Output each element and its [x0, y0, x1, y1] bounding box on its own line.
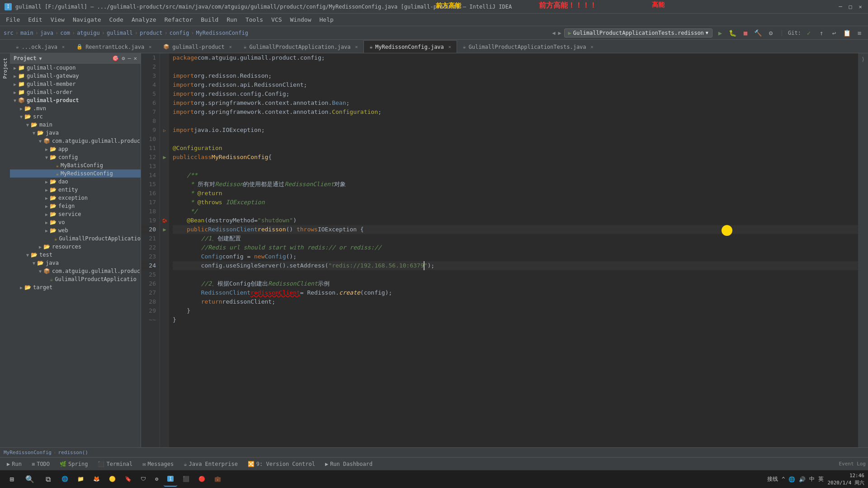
git-update-button[interactable]: ↑ [816, 28, 826, 38]
tab-myredisson[interactable]: ☕ MyRedissonConfig.java ✕ [363, 40, 457, 53]
taskbar-firefox[interactable]: 🦊 [90, 472, 104, 487]
menu-window[interactable]: Window [287, 15, 315, 24]
menu-run[interactable]: Run [223, 15, 241, 24]
editor-area[interactable]: 1 2 3 4 5 6 7 8 9 10 11 12 13 14 15 16 1… [141, 53, 868, 447]
nav-java[interactable]: java [40, 30, 53, 36]
menu-vcs[interactable]: VCS [268, 15, 285, 24]
tree-item-vo[interactable]: ▶ 📂 vo [10, 218, 141, 226]
taskbar-chrome[interactable]: 🟡 [105, 472, 119, 487]
taskbar-app2[interactable]: 🛡 [137, 472, 150, 487]
tab-close-tests[interactable]: ✕ [591, 44, 594, 49]
taskbar-edge[interactable]: 🌐 [58, 472, 72, 487]
run-config-dropdown-icon[interactable]: ▼ [706, 30, 708, 35]
nav-myredisson[interactable]: MyRedissonConfig [196, 30, 248, 36]
tree-item-gateway[interactable]: ▶ 📁 gulimall-gateway [10, 72, 141, 80]
taskbar-terminal[interactable]: ⬛ [179, 472, 193, 487]
tree-item-config[interactable]: ▼ 📂 config [10, 153, 141, 161]
tree-item-test[interactable]: ▼ 📂 test [10, 251, 141, 259]
bottom-tab-dashboard[interactable]: ▶ Run Dashboard [321, 460, 377, 469]
fold-icon-9[interactable]: ▷ [163, 128, 166, 133]
settings-button[interactable]: ⚙ [766, 28, 776, 38]
tree-item-app[interactable]: ▶ 📂 app [10, 145, 141, 153]
close-button[interactable]: ✕ [857, 4, 863, 10]
tree-item-feign[interactable]: ▶ 📂 feign [10, 202, 141, 210]
tray-expand[interactable]: ^ [782, 476, 785, 483]
bean-icon-19[interactable]: 🫘 [162, 218, 167, 223]
tree-item-java[interactable]: ▼ 📂 java [10, 129, 141, 137]
git-more-button[interactable]: ≡ [854, 28, 864, 38]
menu-file[interactable]: File [2, 15, 24, 24]
menu-edit[interactable]: Edit [24, 15, 46, 24]
bottom-tab-terminal[interactable]: ⬛ Terminal [93, 460, 137, 469]
tab-app-java[interactable]: ☕ GulimallProductApplication.java ✕ [238, 40, 364, 53]
menu-build[interactable]: Build [197, 15, 222, 24]
tree-item-exception[interactable]: ▶ 📂 exception [10, 194, 141, 202]
sidebar-locate-icon[interactable]: 🎯 [112, 55, 119, 61]
menu-refactor[interactable]: Refactor [161, 15, 197, 24]
tree-item-product[interactable]: ▼ 📦 gulimall-product [10, 96, 141, 104]
tree-item-main[interactable]: ▼ 📂 main [10, 121, 141, 129]
bottom-tab-spring[interactable]: 🌿 Spring [55, 460, 92, 469]
bottom-tab-run[interactable]: ▶ Run [2, 460, 26, 469]
tree-item-coupon[interactable]: ▶ 📁 gulimall-coupon [10, 64, 141, 72]
tab-product[interactable]: 📦 gulimall-product ✕ [157, 40, 238, 53]
tree-item-resources[interactable]: ▶ 📂 resources [10, 243, 141, 251]
tree-item-target[interactable]: ▶ 📂 target [10, 283, 141, 291]
bc-method[interactable]: redisson() [58, 450, 88, 455]
nav-atguigu[interactable]: atguigu [77, 30, 100, 36]
side-icon-1[interactable]: ⟩ [859, 55, 867, 63]
run-button[interactable]: ▶ [715, 28, 725, 38]
windows-start-button[interactable]: ⊞ [4, 471, 20, 488]
git-check-button[interactable]: ✓ [804, 28, 814, 38]
tree-item-service[interactable]: ▶ 📂 service [10, 210, 141, 218]
debug-button[interactable]: 🐛 [728, 28, 738, 38]
bc-file[interactable]: MyRedissonConfig [4, 450, 52, 455]
stop-button[interactable]: ■ [741, 28, 750, 38]
tree-item-entity[interactable]: ▶ 📂 entity [10, 186, 141, 194]
taskbar-app3[interactable]: ⚙ [151, 472, 162, 487]
menu-view[interactable]: View [47, 15, 68, 24]
task-view-button[interactable]: ⧉ [40, 471, 56, 488]
tree-item-mybatis[interactable]: ☕ MyBatisConfig [10, 161, 141, 169]
tab-close-lock[interactable]: ✕ [62, 44, 65, 49]
tree-item-test-java[interactable]: ▼ 📂 java [10, 259, 141, 267]
tree-item-web[interactable]: ▶ 📂 web [10, 226, 141, 235]
nav-product[interactable]: product [140, 30, 163, 36]
tree-item-test-class[interactable]: ☕ GulimallProductApplicatio [10, 275, 141, 283]
tree-item-dao[interactable]: ▶ 📂 dao [10, 178, 141, 186]
tab-close-reentrant[interactable]: ✕ [149, 44, 151, 49]
code-editor[interactable]: package com.atguigu.gulimall.product.con… [169, 53, 862, 447]
sidebar-collapse-icon[interactable]: — [128, 55, 131, 61]
tree-item-src[interactable]: ▼ 📂 src [10, 113, 141, 121]
tree-item-myredisson[interactable]: ☕ MyRedissonConfig [10, 169, 141, 178]
tab-lock-java[interactable]: ☕ ...ock.java ✕ [10, 40, 71, 53]
menu-code[interactable]: Code [106, 15, 127, 24]
search-button[interactable]: 🔍 [22, 471, 38, 488]
tab-close-myredisson[interactable]: ✕ [448, 44, 451, 49]
nav-config[interactable]: config [170, 30, 189, 36]
taskbar-app1[interactable]: 🔖 [121, 472, 135, 487]
project-tab[interactable]: Project [1, 55, 9, 81]
bottom-tab-vcs[interactable]: 🔀 9: Version Control [243, 460, 320, 469]
sidebar-close-icon[interactable]: ✕ [134, 55, 137, 61]
tree-item-order[interactable]: ▶ 📁 gulimall-order [10, 88, 141, 96]
git-history-button[interactable]: 📋 [842, 28, 852, 38]
run-class-icon[interactable]: ▶ [163, 154, 166, 160]
taskbar-file-explorer[interactable]: 📁 [74, 472, 88, 487]
taskbar-intellij[interactable]: I [164, 472, 177, 487]
taskbar-app5[interactable]: 💼 [211, 472, 225, 487]
bottom-tab-enterprise[interactable]: ☕ Java Enterprise [179, 460, 242, 469]
menu-help[interactable]: Help [316, 15, 337, 24]
build-button[interactable]: 🔨 [753, 28, 763, 38]
run-method-icon[interactable]: ▶ [163, 226, 166, 233]
minimize-button[interactable]: ─ [837, 4, 844, 10]
tab-close-app[interactable]: ✕ [355, 44, 358, 49]
taskbar-app4[interactable]: 🔴 [195, 472, 209, 487]
bottom-tab-messages[interactable]: ✉ Messages [138, 460, 178, 469]
tab-tests[interactable]: ☕ GulimallProductApplicationTests.java ✕ [457, 40, 599, 53]
tree-item-member[interactable]: ▶ 📁 gulimall-member [10, 80, 141, 88]
bottom-tab-todo[interactable]: ≡ TODO [27, 460, 54, 469]
tree-item-package[interactable]: ▼ 📦 com.atguigu.gulimall.produc [10, 137, 141, 145]
nav-gulimall[interactable]: gulimall [107, 30, 133, 36]
git-rollback-button[interactable]: ↩ [829, 28, 839, 38]
